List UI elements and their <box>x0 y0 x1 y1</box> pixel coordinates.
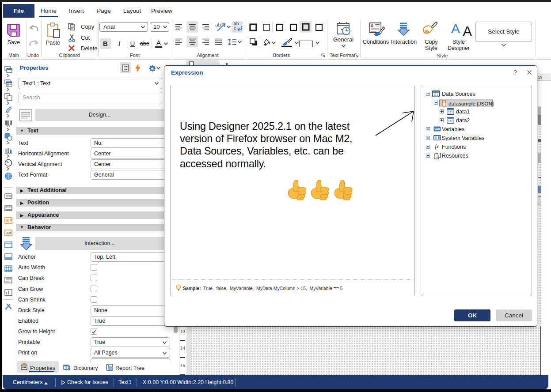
svg-text:A: A <box>451 22 460 36</box>
svg-text:A: A <box>463 23 472 38</box>
svg-text:A: A <box>371 23 374 28</box>
svg-text:A≡: A≡ <box>6 231 11 235</box>
svg-text:VAR: VAR <box>434 128 441 131</box>
